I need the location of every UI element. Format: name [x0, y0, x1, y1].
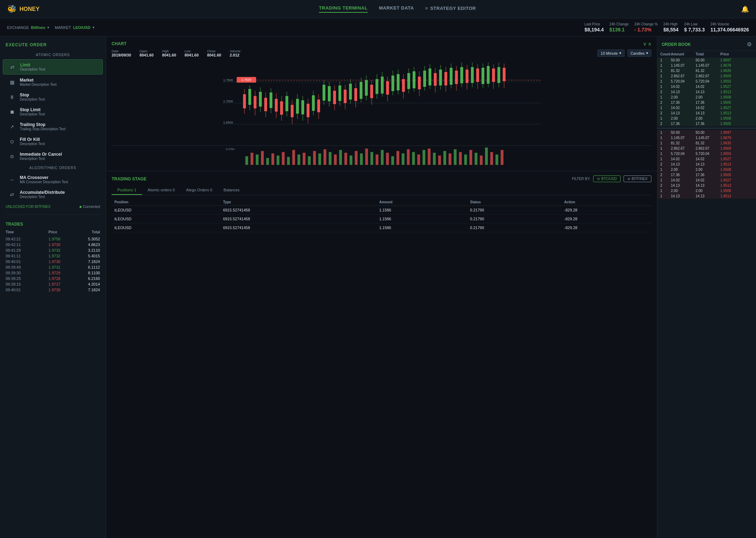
ob-price: 1.9505 — [720, 173, 742, 177]
stage-header: TRADING STAGE FILTER BY: ⊖ BTC/USD ⊖ BIT… — [112, 175, 651, 182]
order-item-market[interactable]: ▦ Market Market Description Text — [3, 75, 103, 89]
svg-rect-142 — [412, 152, 415, 165]
ohlcv-close: Close: 8041.60 — [207, 49, 221, 57]
ob-ask-row[interactable]: 1 81.32 81.32 1.9635 — [657, 68, 756, 73]
svg-rect-113 — [261, 151, 264, 165]
ob-bid-row[interactable]: 2 17.36 17.36 1.9505 — [657, 172, 756, 178]
ob-ask-row[interactable]: 1 2.00 2.00 1.9508 — [657, 116, 756, 121]
ob-bid-row[interactable]: 1 2.862.67 2.862.67 1.9509 — [657, 146, 756, 151]
svg-rect-137 — [386, 153, 389, 165]
ob-bid-row[interactable]: 2 14.13 14.13 1.9513 — [657, 183, 756, 188]
ob-bid-row[interactable]: 2 14.13 14.13 1.9513 — [657, 162, 756, 167]
ob-amount: 50.00 — [671, 58, 696, 62]
order-item-stop[interactable]: ⏸ Stop Description Text — [3, 90, 103, 104]
chevron-down-icon[interactable]: ∨ — [643, 41, 646, 47]
ob-total: 2.00 — [696, 168, 720, 172]
svg-rect-66 — [391, 76, 394, 91]
ob-bid-row[interactable]: 1 14.13 14.13 1.9513 — [657, 193, 756, 199]
ob-bid-row[interactable]: 1 14.02 14.02 1.9527 — [657, 156, 756, 162]
stop-icon: ⏸ — [8, 94, 16, 101]
tab-balances[interactable]: Balances — [218, 186, 245, 195]
chevron-up-icon[interactable]: ∧ — [648, 41, 651, 47]
svg-rect-158 — [496, 155, 498, 165]
table-row: tLEOUSD 6915.52741458 1.1586 0.21790 -82… — [112, 206, 651, 215]
ob-price: 1.9635 — [720, 69, 742, 73]
ob-ask-row[interactable]: 1 2.862.67 2.862.67 1.9509 — [657, 73, 756, 79]
ohlcv-low: Low: 8041.60 — [185, 49, 199, 57]
ob-ask-row[interactable]: 1 5.720.04 5.720.04 1.9555 — [657, 79, 756, 84]
exchange-selector[interactable]: EXCHANGE Bitfinex ▾ — [7, 25, 49, 30]
svg-rect-24 — [280, 101, 283, 115]
svg-rect-151 — [459, 152, 462, 165]
ob-ask-row[interactable]: 1 14.02 14.02 1.9527 — [657, 84, 756, 89]
gear-icon[interactable]: ⚙ — [747, 41, 752, 48]
svg-rect-86 — [444, 72, 447, 85]
trade-price: 1.9731 — [48, 265, 60, 269]
ob-bid-row[interactable]: 1 81.32 81.32 1.9635 — [657, 141, 756, 146]
order-item-accumulate-distribute[interactable]: ⇄ Accumulate/Distribute Description Text — [3, 187, 103, 202]
tab-trading-terminal[interactable]: TRADING TERMINAL — [319, 5, 368, 13]
ob-price: 1.9678 — [720, 64, 742, 67]
accumulate-distribute-desc: Description Text — [20, 195, 65, 199]
order-item-immediate-or-cancel[interactable]: ⊘ Immediate Or Cancel Description Text — [3, 149, 103, 163]
ob-ask-row[interactable]: 2 14.13 14.13 1.9513 — [657, 89, 756, 95]
chart-collapse-controls[interactable]: ∨ ∧ — [643, 41, 651, 47]
ob-bid-row[interactable]: 1 14.02 14.02 1.9527 — [657, 178, 756, 183]
filter-btcusd-button[interactable]: ⊖ BTC/USD — [593, 175, 621, 182]
tab-market-data[interactable]: MARKET DATA — [379, 5, 414, 13]
ob-ask-row[interactable]: 2 17.36 17.36 1.9505 — [657, 121, 756, 126]
ma-crossover-label: MA Crossover — [20, 175, 68, 180]
orderbook-header: ORDER BOOK ⚙ — [657, 37, 756, 51]
logo: 🐝 HONEY — [7, 5, 40, 14]
ob-bid-row[interactable]: 1 50.00 50.00 1.9697 — [657, 130, 756, 135]
svg-rect-76 — [418, 77, 421, 89]
svg-text:1.7000: 1.7000 — [223, 100, 233, 103]
ob-bid-row[interactable]: 1 2.00 2.00 1.9508 — [657, 188, 756, 193]
svg-rect-121 — [303, 153, 306, 165]
order-item-stop-limit[interactable]: ⏹ Stop Limit Description Text — [3, 104, 103, 119]
order-item-fill-or-kill[interactable]: ⊙ Fill Or Kill Description Text — [3, 134, 103, 149]
timeframe-label: 10 Minute — [601, 51, 618, 55]
svg-rect-126 — [329, 152, 332, 165]
ob-ask-row[interactable]: 2 17.36 17.36 1.9505 — [657, 100, 756, 105]
order-item-ma-crossover[interactable]: ↔ MA Crossover MA Crossover Description … — [3, 172, 103, 187]
ob-ask-row[interactable]: 2 14.13 14.13 1.9513 — [657, 110, 756, 116]
timeframe-dropdown[interactable]: 10 Minute ▾ — [597, 49, 624, 57]
orderbook-bids: 1 50.00 50.00 1.9697 1 1.145.07 1.145.07… — [657, 130, 756, 199]
filter-bitfinex-button[interactable]: ⊖ BITFINEX — [624, 175, 651, 182]
trade-time: 09:39:25 — [6, 276, 21, 281]
ob-ask-row[interactable]: 1 14.02 14.02 1.9527 — [657, 105, 756, 110]
ob-bid-row[interactable]: 1 1.145.07 1.145.07 1.9678 — [657, 135, 756, 141]
svg-text:1.7500: 1.7500 — [223, 78, 233, 82]
notifications-bell-icon[interactable]: 🔔 — [741, 5, 749, 13]
ob-ask-row[interactable]: 1 2.00 2.00 1.9508 — [657, 95, 756, 100]
ohlcv-date: Date: 2019/09/30 — [112, 49, 131, 57]
order-item-trailing-stop[interactable]: ↗ Trailing Stop Trailing Stop Descriptio… — [3, 119, 103, 134]
tab-positions[interactable]: Positions 1 — [112, 186, 142, 195]
trade-row: 09:40:01 1.9730 7.1824 — [6, 287, 100, 293]
ob-bid-row[interactable]: 1 2.00 2.00 1.9508 — [657, 167, 756, 172]
svg-rect-155 — [480, 156, 483, 165]
market-selector[interactable]: MARKET LEO/USD ▾ — [55, 25, 94, 30]
svg-text:1.7500: 1.7500 — [241, 78, 251, 82]
tab-strategy-editor[interactable]: ≡ STRATEGY EDITOR — [425, 5, 476, 13]
ob-count: 1 — [660, 79, 671, 83]
ob-ask-row[interactable]: 1 50.00 50.00 1.9697 — [657, 58, 756, 63]
exchange-dropdown-icon: ▾ — [47, 25, 49, 29]
chart-type-dropdown[interactable]: Candles ▾ — [627, 49, 651, 57]
svg-rect-50 — [349, 84, 352, 100]
col-amount: Amount — [376, 199, 467, 206]
ob-bid-row[interactable]: 1 5.720.04 5.720.04 1.9555 — [657, 151, 756, 156]
accumulate-distribute-label: Accumulate/Distribute — [20, 190, 65, 195]
order-item-limit[interactable]: ⇄ Limit Description Text — [3, 59, 103, 74]
svg-rect-134 — [371, 152, 373, 165]
svg-rect-72 — [407, 73, 410, 89]
trades-list: 09:42:21 1.9750 5.3052 09:42:11 1.9730 4… — [6, 236, 100, 293]
ob-price: 1.9527 — [720, 106, 742, 110]
svg-text:0.2764: 0.2764 — [226, 148, 235, 151]
td-status: 0.21790 — [467, 223, 562, 232]
tab-alego-orders[interactable]: Alego Orders 0 — [181, 186, 218, 195]
tab-atomic-orders[interactable]: Atomic orders 0 — [142, 186, 181, 195]
ob-price: 1.9555 — [720, 152, 742, 156]
ob-ask-row[interactable]: 1 1.145.07 1.145.07 1.9678 — [657, 63, 756, 68]
